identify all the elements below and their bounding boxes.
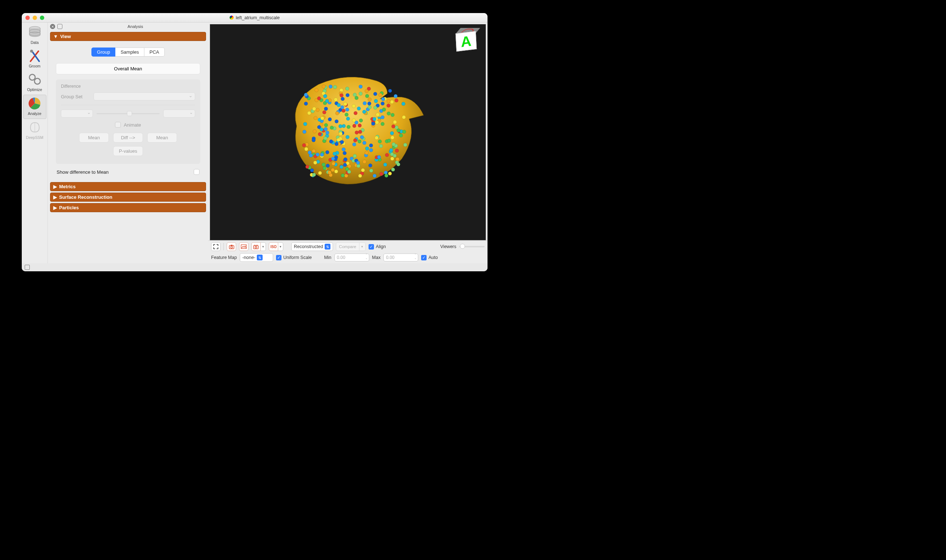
section-particles-header[interactable]: ▶ Particles <box>50 203 206 212</box>
auto-row[interactable]: ✓ Auto <box>421 255 438 260</box>
iso-menu-button[interactable]: ▾ <box>278 242 283 251</box>
orientation-cube[interactable]: A <box>453 26 481 54</box>
section-surface-header[interactable]: ▶ Surface Reconstruction <box>50 192 206 202</box>
overall-mean-button[interactable]: Overall Mean <box>56 63 200 74</box>
section-label: Metrics <box>59 184 76 189</box>
seg-group[interactable]: Group <box>91 48 115 57</box>
sidebar-item-data[interactable]: Data <box>23 24 46 48</box>
section-view-header[interactable]: ▼ View <box>50 32 206 41</box>
svg-point-67 <box>383 163 387 166</box>
svg-point-179 <box>312 173 316 176</box>
align-checkbox-row[interactable]: ✓ Align <box>369 244 386 249</box>
svg-point-284 <box>255 246 257 248</box>
svg-point-198 <box>395 149 398 152</box>
iso-button[interactable]: ISO <box>269 242 278 251</box>
brain-icon <box>27 120 43 134</box>
show-diff-checkbox[interactable] <box>194 169 200 175</box>
seg-samples[interactable]: Samples <box>115 48 145 57</box>
mode-sidebar: Data Groom <box>22 23 48 263</box>
feature-map-select[interactable]: -none- ⇅ <box>240 253 273 262</box>
svg-point-7 <box>34 78 40 84</box>
document-icon[interactable] <box>25 265 30 270</box>
close-button[interactable] <box>25 15 30 20</box>
svg-point-247 <box>388 89 392 92</box>
fit-view-button[interactable] <box>211 242 220 251</box>
svg-point-110 <box>379 172 383 175</box>
3d-viewport[interactable]: A <box>210 24 486 240</box>
svg-point-132 <box>376 113 379 117</box>
display-mode-select[interactable]: Reconstructed ⇅ <box>291 242 333 251</box>
panel-popout-icon[interactable] <box>57 24 62 29</box>
sidebar-item-deepssm[interactable]: DeepSSM <box>23 119 46 143</box>
record-button[interactable] <box>251 242 261 251</box>
svg-point-268 <box>348 170 351 173</box>
uniform-scale-row[interactable]: ✓ Uniform Scale <box>276 255 312 260</box>
svg-point-212 <box>320 153 324 156</box>
mean-right-button[interactable]: Mean <box>147 133 177 143</box>
svg-point-241 <box>365 94 369 98</box>
svg-point-72 <box>341 173 345 177</box>
svg-point-177 <box>332 162 335 165</box>
image-button[interactable] <box>239 242 248 251</box>
screenshot-button[interactable] <box>227 242 236 251</box>
group-slider[interactable] <box>97 113 160 114</box>
svg-point-148 <box>358 174 362 177</box>
max-input[interactable]: 0.00 <box>383 254 418 262</box>
compare-menu-button[interactable]: ▾ <box>360 242 366 251</box>
panel-close-icon[interactable]: ✕ <box>50 24 55 29</box>
svg-point-69 <box>334 98 338 101</box>
pvalues-button[interactable]: P-values <box>113 146 143 156</box>
group-set-combo[interactable] <box>94 92 195 100</box>
sidebar-item-groom[interactable]: Groom <box>23 48 46 71</box>
svg-point-65 <box>369 148 373 152</box>
svg-point-20 <box>368 98 371 101</box>
svg-point-171 <box>353 93 357 97</box>
sidebar-item-label: Optimize <box>27 88 42 92</box>
svg-point-102 <box>355 131 358 134</box>
sidebar-item-analyze[interactable]: Analyze <box>23 95 46 119</box>
viewers-slider[interactable] <box>459 246 485 247</box>
svg-point-180 <box>343 102 347 106</box>
seg-pca[interactable]: PCA <box>145 48 165 57</box>
compare-button[interactable]: Compare <box>336 242 360 251</box>
sidebar-item-optimize[interactable]: Optimize <box>23 71 46 95</box>
svg-point-202 <box>334 169 338 173</box>
select-arrows-icon: ⇅ <box>257 255 263 260</box>
svg-point-128 <box>304 93 308 97</box>
svg-point-31 <box>341 97 345 100</box>
svg-point-232 <box>329 140 333 143</box>
svg-point-175 <box>391 113 394 117</box>
uniform-scale-checkbox[interactable]: ✓ <box>276 255 281 260</box>
mean-left-button[interactable]: Mean <box>79 133 109 143</box>
svg-point-274 <box>316 108 320 112</box>
svg-point-92 <box>397 163 400 166</box>
zoom-button[interactable] <box>40 15 44 20</box>
diff-button[interactable]: Diff --> <box>113 133 143 143</box>
section-metrics-header[interactable]: ▶ Metrics <box>50 182 206 191</box>
svg-point-267 <box>340 165 343 169</box>
align-checkbox[interactable]: ✓ <box>369 244 374 249</box>
group-right-combo[interactable] <box>163 109 195 117</box>
svg-point-35 <box>365 151 369 154</box>
record-menu-button[interactable]: ▾ <box>261 242 266 251</box>
svg-point-270 <box>371 122 375 125</box>
triangle-right-icon: ▶ <box>53 205 57 210</box>
svg-point-164 <box>393 120 397 124</box>
sidebar-item-label: DeepSSM <box>26 135 43 140</box>
display-mode-value: Reconstructed <box>294 244 323 249</box>
svg-point-210 <box>317 97 321 100</box>
svg-point-27 <box>345 108 349 111</box>
panel-header: ✕ Analysis <box>48 23 208 31</box>
animate-checkbox[interactable] <box>115 122 121 128</box>
group-left-combo[interactable] <box>61 109 93 117</box>
minimize-button[interactable] <box>33 15 37 20</box>
auto-checkbox[interactable]: ✓ <box>421 255 426 260</box>
svg-point-45 <box>307 111 311 115</box>
svg-point-275 <box>323 94 327 98</box>
svg-point-63 <box>354 111 357 115</box>
min-input[interactable]: 0.00 <box>334 254 369 262</box>
svg-point-215 <box>391 168 395 171</box>
svg-point-260 <box>390 152 394 156</box>
svg-point-151 <box>324 123 328 127</box>
render-canvas[interactable]: A <box>210 24 486 240</box>
